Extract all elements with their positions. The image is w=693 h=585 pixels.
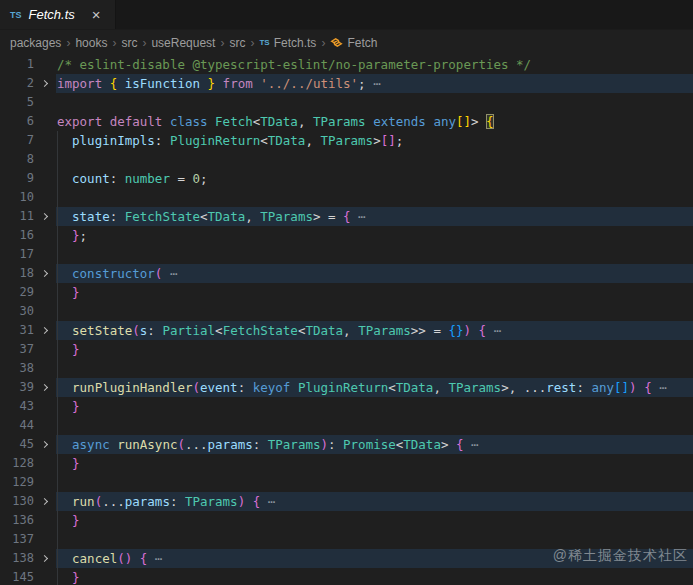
code-line[interactable]: 8 xyxy=(0,150,693,169)
code-line[interactable]: 11 state: FetchState<TData, TParams> = {… xyxy=(0,207,693,226)
breadcrumb-item-fetch[interactable]: Fetch xyxy=(330,36,377,50)
code-line-content[interactable]: } xyxy=(56,340,693,359)
code-line-content[interactable] xyxy=(56,93,693,112)
line-number: 2 xyxy=(0,74,34,93)
code-line[interactable]: 9 count: number = 0; xyxy=(0,169,693,188)
code-line-content[interactable]: runPluginHandler(event: keyof PluginRetu… xyxy=(56,378,693,397)
code-line-content[interactable]: async runAsync(...params: TParams): Prom… xyxy=(56,435,693,454)
breadcrumb-item-fetch-ts[interactable]: TSFetch.ts xyxy=(259,36,316,50)
code-line-content[interactable] xyxy=(56,359,693,378)
token-op: ; xyxy=(80,228,88,243)
code-line-content[interactable] xyxy=(56,473,693,492)
code-line-content[interactable] xyxy=(56,188,693,207)
token-op xyxy=(57,551,72,566)
code-line[interactable]: 39 runPluginHandler(event: keyof PluginR… xyxy=(0,378,693,397)
code-line-content[interactable]: export default class Fetch<TData, TParam… xyxy=(56,112,693,131)
breadcrumb-item-src[interactable]: src xyxy=(229,36,245,50)
code-line-content[interactable]: import { isFunction } from '../../utils'… xyxy=(56,74,693,93)
fold-chevron-icon[interactable] xyxy=(34,207,56,226)
code-line-content[interactable]: } xyxy=(56,397,693,416)
breadcrumb-item-userequest[interactable]: useRequest xyxy=(151,36,215,50)
token-op: : xyxy=(576,380,584,395)
code-line[interactable]: 18 constructor( ⋯ xyxy=(0,264,693,283)
code-line[interactable]: 17 xyxy=(0,245,693,264)
code-line[interactable]: 43 } xyxy=(0,397,693,416)
token-op: < xyxy=(200,209,208,224)
code-line-content[interactable]: state: FetchState<TData, TParams> = { ⋯ xyxy=(56,207,693,226)
code-line-content[interactable]: pluginImpls: PluginReturn<TData, TParams… xyxy=(56,131,693,150)
code-line-content[interactable]: } xyxy=(56,283,693,302)
token-var: state xyxy=(72,209,110,224)
token-op xyxy=(479,114,487,129)
token-op: = xyxy=(170,171,193,186)
code-line[interactable]: 6export default class Fetch<TData, TPara… xyxy=(0,112,693,131)
tab-bar: TS Fetch.ts × xyxy=(0,0,693,30)
code-line-content[interactable]: setState(s: Partial<FetchState<TData, TP… xyxy=(56,321,693,340)
code-line[interactable]: 37 } xyxy=(0,340,693,359)
token-type: Fetch xyxy=(215,114,253,129)
close-icon[interactable]: × xyxy=(92,7,101,22)
code-line-content[interactable]: }; xyxy=(56,226,693,245)
token-op xyxy=(208,114,216,129)
code-line[interactable]: 5 xyxy=(0,93,693,112)
code-editor[interactable]: 1/* eslint-disable @typescript-eslint/no… xyxy=(0,55,693,585)
line-number: 129 xyxy=(0,473,34,492)
code-line[interactable]: 45 async runAsync(...params: TParams): P… xyxy=(0,435,693,454)
code-line[interactable]: 10 xyxy=(0,188,693,207)
token-type: TParams xyxy=(320,133,373,148)
code-line[interactable]: 128 } xyxy=(0,454,693,473)
code-line-content[interactable]: /* eslint-disable @typescript-eslint/no-… xyxy=(56,55,693,74)
code-line[interactable]: 16 }; xyxy=(0,226,693,245)
code-line[interactable]: 29 } xyxy=(0,283,693,302)
fold-chevron-icon[interactable] xyxy=(34,378,56,397)
code-line-content[interactable]: } xyxy=(56,568,693,585)
token-b2: } xyxy=(72,513,80,528)
code-line[interactable]: 1/* eslint-disable @typescript-eslint/no… xyxy=(0,55,693,74)
fold-chevron-icon[interactable] xyxy=(34,492,56,511)
code-line-content[interactable] xyxy=(56,416,693,435)
fold-chevron-icon[interactable] xyxy=(34,321,56,340)
fold-chevron-icon[interactable] xyxy=(34,264,56,283)
code-line[interactable]: 2import { isFunction } from '../../utils… xyxy=(0,74,693,93)
code-line-content[interactable]: } xyxy=(56,454,693,473)
code-line-content[interactable] xyxy=(56,245,693,264)
code-line[interactable]: 130 run(...params: TParams) { ⋯ xyxy=(0,492,693,511)
breadcrumb-item-hooks[interactable]: hooks xyxy=(75,36,107,50)
fold-chevron-icon[interactable] xyxy=(34,74,56,93)
code-line[interactable]: 44 xyxy=(0,416,693,435)
fold-gutter xyxy=(34,245,56,264)
code-line[interactable]: 129 xyxy=(0,473,693,492)
code-line-content[interactable] xyxy=(56,150,693,169)
token-op xyxy=(245,494,253,509)
code-line[interactable]: 7 pluginImpls: PluginReturn<TData, TPara… xyxy=(0,131,693,150)
breadcrumb-label: useRequest xyxy=(151,36,215,50)
breadcrumb-item-src[interactable]: src xyxy=(121,36,137,50)
fold-chevron-icon[interactable] xyxy=(34,549,56,568)
token-type: TParams xyxy=(448,380,501,395)
code-line[interactable]: 145 } xyxy=(0,568,693,585)
watermark: @稀土掘金技术社区 xyxy=(553,547,688,565)
bracket-match: { xyxy=(486,114,494,129)
token-fold: ⋯ xyxy=(351,209,366,224)
fold-chevron-icon[interactable] xyxy=(34,435,56,454)
line-number: 10 xyxy=(0,188,34,207)
token-op xyxy=(162,133,170,148)
code-line[interactable]: 136 } xyxy=(0,511,693,530)
code-line-content[interactable] xyxy=(56,302,693,321)
code-line[interactable]: 38 xyxy=(0,359,693,378)
token-op: < xyxy=(388,380,396,395)
token-var: rest xyxy=(546,380,576,395)
tab-fetch-ts[interactable]: TS Fetch.ts × xyxy=(0,0,116,29)
token-b3: {} xyxy=(448,323,463,338)
code-line[interactable]: 31 setState(s: Partial<FetchState<TData,… xyxy=(0,321,693,340)
line-number: 29 xyxy=(0,283,34,302)
code-line-content[interactable]: run(...params: TParams) { ⋯ xyxy=(56,492,693,511)
code-line-content[interactable]: } xyxy=(56,511,693,530)
code-line[interactable]: 30 xyxy=(0,302,693,321)
code-line-content[interactable]: count: number = 0; xyxy=(56,169,693,188)
token-b2: } xyxy=(72,570,80,585)
breadcrumb-item-packages[interactable]: packages xyxy=(10,36,61,50)
code-line-content[interactable]: constructor( ⋯ xyxy=(56,264,693,283)
token-op xyxy=(215,76,223,91)
token-op xyxy=(57,456,72,471)
